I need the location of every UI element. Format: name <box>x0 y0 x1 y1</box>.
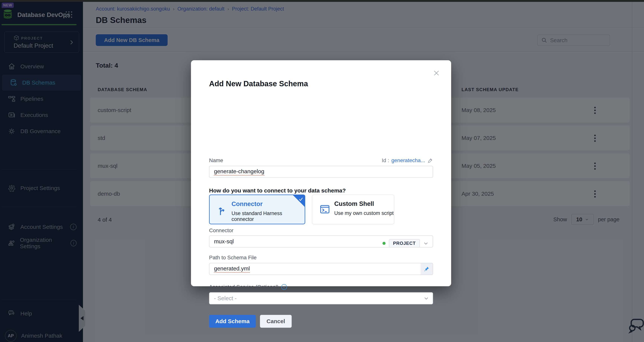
scope-badge: PROJECT <box>389 239 420 248</box>
name-input[interactable]: generate-changelog <box>209 166 433 178</box>
option-subtitle: Use standard Harness connector <box>232 211 305 222</box>
option-title: Connector <box>232 200 262 208</box>
status-dot <box>382 242 386 245</box>
terminal-icon <box>320 204 330 215</box>
option-connector[interactable]: Connector Use standard Harness connector <box>209 195 305 224</box>
app-screen: Account: kurosakiichigo.songoku › Organi… <box>0 0 644 342</box>
option-custom-shell[interactable]: Custom Shell Use my own custom script <box>312 195 394 224</box>
cancel-button[interactable]: Cancel <box>260 315 292 328</box>
service-select[interactable]: - Select - <box>209 292 433 304</box>
service-label: Associated Service (Optional) <box>209 284 279 290</box>
path-label: Path to Schema File <box>209 255 256 261</box>
check-icon <box>298 197 303 202</box>
connect-question: How do you want to connect to your data … <box>209 187 346 194</box>
schema-id: Id : generatecha... <box>382 157 433 163</box>
chevron-down-icon <box>424 296 429 301</box>
pin-icon[interactable] <box>420 263 433 275</box>
id-prefix: Id : <box>382 157 389 163</box>
service-placeholder: - Select - <box>214 295 236 302</box>
close-icon[interactable] <box>433 69 440 77</box>
option-subtitle: Use my own custom script <box>334 210 394 216</box>
connector-label: Connector <box>209 228 234 234</box>
service-label-row: Associated Service (Optional) i <box>209 284 287 290</box>
id-value[interactable]: generatecha... <box>392 157 425 163</box>
browser-chrome-strip <box>0 0 644 2</box>
name-label: Name <box>209 157 223 163</box>
modal-title: Add New Database Schema <box>209 79 308 88</box>
path-value: generated.yml <box>214 265 250 273</box>
add-schema-button[interactable]: Add Schema <box>209 315 256 328</box>
name-value: generate-changelog <box>214 168 264 176</box>
connector-branch-icon <box>217 203 228 216</box>
connector-extras: PROJECT <box>382 237 428 249</box>
path-input[interactable]: generated.yml <box>209 263 433 275</box>
chevron-down-icon[interactable] <box>423 241 428 246</box>
edit-pencil-icon[interactable] <box>428 158 433 163</box>
option-title: Custom Shell <box>334 200 374 207</box>
info-icon[interactable]: i <box>281 284 287 290</box>
add-schema-modal: Add New Database Schema Name Id : genera… <box>191 60 451 286</box>
connector-value: mux-sql <box>214 238 234 245</box>
